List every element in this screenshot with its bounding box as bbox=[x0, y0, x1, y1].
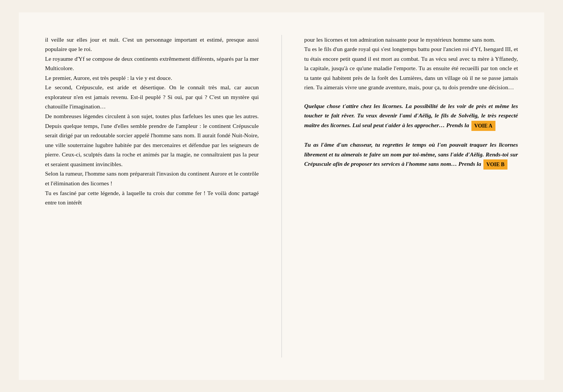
left-column: il veille sur elles jour et nuit. C'est … bbox=[45, 35, 259, 357]
bold-section-voie-a: Quelque chose t'attire chez les licornes… bbox=[304, 101, 518, 131]
right-column: pour les licornes et ton admiration nais… bbox=[304, 35, 518, 357]
column-divider bbox=[282, 35, 282, 357]
left-para-3: Le premier, Aurore, est très peuplé : la… bbox=[45, 73, 259, 83]
right-para-2: Tu es le fils d'un garde royal qui s'est… bbox=[304, 44, 518, 92]
left-para-1: il veille sur elles jour et nuit. C'est … bbox=[45, 35, 259, 54]
left-para-6: Selon la rumeur, l'homme sans nom prépar… bbox=[45, 169, 259, 188]
page-container: il veille sur elles jour et nuit. C'est … bbox=[19, 12, 544, 380]
left-para-4: Le second, Crépuscule, est aride et dése… bbox=[45, 83, 259, 111]
left-para-7: Tu es fasciné par cette légende, à laque… bbox=[45, 188, 259, 207]
bold-section-voie-b: Tu as l'âme d'un chasseur, tu regrettes … bbox=[304, 140, 518, 170]
right-para-1: pour les licornes et ton admiration nais… bbox=[304, 35, 518, 45]
left-para-2: Le royaume d'Yf se compose de deux conti… bbox=[45, 54, 259, 73]
voie-b-badge: VOIE B bbox=[483, 159, 507, 170]
voie-a-badge: VOIE A bbox=[471, 121, 495, 131]
left-para-5: De nombreuses légendes circulent à son s… bbox=[45, 111, 259, 169]
